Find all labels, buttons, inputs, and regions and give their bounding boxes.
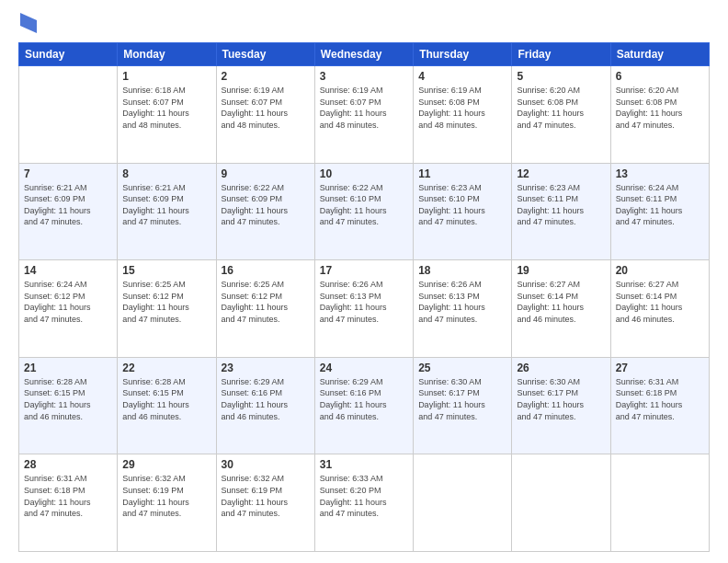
calendar-cell: 22Sunrise: 6:28 AM Sunset: 6:15 PM Dayli…: [118, 357, 216, 454]
day-info: Sunrise: 6:19 AM Sunset: 6:08 PM Dayligh…: [418, 85, 506, 131]
day-info: Sunrise: 6:19 AM Sunset: 6:07 PM Dayligh…: [320, 85, 408, 131]
day-info: Sunrise: 6:24 AM Sunset: 6:11 PM Dayligh…: [616, 182, 704, 228]
calendar-cell: [512, 454, 610, 552]
day-info: Sunrise: 6:23 AM Sunset: 6:11 PM Dayligh…: [517, 182, 605, 228]
day-number: 20: [616, 264, 704, 277]
day-info: Sunrise: 6:28 AM Sunset: 6:15 PM Dayligh…: [122, 376, 210, 422]
day-number: 6: [616, 70, 704, 83]
day-number: 26: [517, 362, 605, 374]
calendar-header-row: SundayMondayTuesdayWednesdayThursdayFrid…: [19, 43, 710, 66]
calendar-cell: 2Sunrise: 6:19 AM Sunset: 6:07 PM Daylig…: [216, 66, 314, 164]
calendar-cell: 15Sunrise: 6:25 AM Sunset: 6:12 PM Dayli…: [118, 260, 216, 358]
day-number: 29: [122, 458, 210, 471]
col-header-friday: Friday: [512, 43, 610, 66]
calendar-cell: 24Sunrise: 6:29 AM Sunset: 6:16 PM Dayli…: [314, 357, 413, 454]
calendar-cell: 21Sunrise: 6:28 AM Sunset: 6:15 PM Dayli…: [19, 357, 118, 454]
calendar-cell: 13Sunrise: 6:24 AM Sunset: 6:11 PM Dayli…: [610, 163, 709, 260]
day-info: Sunrise: 6:29 AM Sunset: 6:16 PM Dayligh…: [222, 376, 310, 422]
day-info: Sunrise: 6:23 AM Sunset: 6:10 PM Dayligh…: [418, 182, 506, 228]
day-number: 4: [418, 70, 506, 83]
col-header-saturday: Saturday: [610, 43, 709, 66]
day-info: Sunrise: 6:28 AM Sunset: 6:15 PM Dayligh…: [24, 376, 112, 422]
day-number: 11: [418, 167, 506, 180]
day-info: Sunrise: 6:32 AM Sunset: 6:19 PM Dayligh…: [222, 473, 310, 519]
day-number: 7: [24, 167, 112, 180]
calendar-cell: 1Sunrise: 6:18 AM Sunset: 6:07 PM Daylig…: [118, 66, 216, 164]
day-info: Sunrise: 6:26 AM Sunset: 6:13 PM Dayligh…: [320, 279, 408, 325]
day-number: 15: [122, 264, 210, 277]
day-info: Sunrise: 6:31 AM Sunset: 6:18 PM Dayligh…: [24, 473, 112, 519]
day-number: 14: [24, 264, 112, 277]
day-info: Sunrise: 6:33 AM Sunset: 6:20 PM Dayligh…: [320, 473, 408, 519]
day-info: Sunrise: 6:31 AM Sunset: 6:18 PM Dayligh…: [616, 376, 704, 422]
day-number: 13: [616, 167, 704, 180]
calendar-week-row: 14Sunrise: 6:24 AM Sunset: 6:12 PM Dayli…: [19, 260, 710, 358]
day-info: Sunrise: 6:24 AM Sunset: 6:12 PM Dayligh…: [24, 279, 112, 325]
col-header-monday: Monday: [118, 43, 216, 66]
day-number: 23: [222, 362, 310, 374]
calendar-table: SundayMondayTuesdayWednesdayThursdayFrid…: [18, 42, 710, 552]
day-number: 16: [222, 264, 310, 277]
calendar-week-row: 7Sunrise: 6:21 AM Sunset: 6:09 PM Daylig…: [19, 163, 710, 260]
calendar-cell: 27Sunrise: 6:31 AM Sunset: 6:18 PM Dayli…: [610, 357, 709, 454]
day-number: 27: [616, 362, 704, 374]
calendar-cell: 26Sunrise: 6:30 AM Sunset: 6:17 PM Dayli…: [512, 357, 610, 454]
day-number: 25: [418, 362, 506, 374]
calendar-cell: 6Sunrise: 6:20 AM Sunset: 6:08 PM Daylig…: [610, 66, 709, 164]
day-info: Sunrise: 6:21 AM Sunset: 6:09 PM Dayligh…: [122, 182, 210, 228]
day-info: Sunrise: 6:22 AM Sunset: 6:09 PM Dayligh…: [222, 182, 310, 228]
col-header-thursday: Thursday: [414, 43, 512, 66]
day-info: Sunrise: 6:25 AM Sunset: 6:12 PM Dayligh…: [222, 279, 310, 325]
day-info: Sunrise: 6:19 AM Sunset: 6:07 PM Dayligh…: [222, 85, 310, 131]
day-number: 21: [24, 362, 112, 374]
day-info: Sunrise: 6:20 AM Sunset: 6:08 PM Dayligh…: [517, 85, 605, 131]
calendar-cell: [19, 66, 118, 164]
calendar-cell: 19Sunrise: 6:27 AM Sunset: 6:14 PM Dayli…: [512, 260, 610, 358]
day-number: 2: [222, 70, 310, 83]
calendar-cell: 3Sunrise: 6:19 AM Sunset: 6:07 PM Daylig…: [314, 66, 413, 164]
calendar-cell: 4Sunrise: 6:19 AM Sunset: 6:08 PM Daylig…: [414, 66, 512, 164]
calendar-cell: 5Sunrise: 6:20 AM Sunset: 6:08 PM Daylig…: [512, 66, 610, 164]
svg-marker-0: [20, 13, 37, 33]
calendar-cell: 18Sunrise: 6:26 AM Sunset: 6:13 PM Dayli…: [414, 260, 512, 358]
calendar-cell: 28Sunrise: 6:31 AM Sunset: 6:18 PM Dayli…: [19, 454, 118, 552]
logo: [18, 15, 37, 33]
day-info: Sunrise: 6:32 AM Sunset: 6:19 PM Dayligh…: [122, 473, 210, 519]
calendar-cell: 17Sunrise: 6:26 AM Sunset: 6:13 PM Dayli…: [314, 260, 413, 358]
calendar-cell: [414, 454, 512, 552]
calendar-cell: 8Sunrise: 6:21 AM Sunset: 6:09 PM Daylig…: [118, 163, 216, 260]
day-number: 30: [222, 458, 310, 471]
calendar-cell: 10Sunrise: 6:22 AM Sunset: 6:10 PM Dayli…: [314, 163, 413, 260]
day-number: 5: [517, 70, 605, 83]
day-info: Sunrise: 6:26 AM Sunset: 6:13 PM Dayligh…: [418, 279, 506, 325]
day-number: 10: [320, 167, 408, 180]
calendar-cell: 7Sunrise: 6:21 AM Sunset: 6:09 PM Daylig…: [19, 163, 118, 260]
day-info: Sunrise: 6:21 AM Sunset: 6:09 PM Dayligh…: [24, 182, 112, 228]
calendar-cell: 30Sunrise: 6:32 AM Sunset: 6:19 PM Dayli…: [216, 454, 314, 552]
header: [18, 15, 710, 33]
calendar-cell: 14Sunrise: 6:24 AM Sunset: 6:12 PM Dayli…: [19, 260, 118, 358]
day-info: Sunrise: 6:22 AM Sunset: 6:10 PM Dayligh…: [320, 182, 408, 228]
calendar-cell: 9Sunrise: 6:22 AM Sunset: 6:09 PM Daylig…: [216, 163, 314, 260]
day-number: 19: [517, 264, 605, 277]
calendar-cell: 11Sunrise: 6:23 AM Sunset: 6:10 PM Dayli…: [414, 163, 512, 260]
calendar-cell: 29Sunrise: 6:32 AM Sunset: 6:19 PM Dayli…: [118, 454, 216, 552]
col-header-sunday: Sunday: [19, 43, 118, 66]
day-number: 1: [122, 70, 210, 83]
day-number: 24: [320, 362, 408, 374]
day-number: 9: [222, 167, 310, 180]
calendar-week-row: 1Sunrise: 6:18 AM Sunset: 6:07 PM Daylig…: [19, 66, 710, 164]
day-number: 31: [320, 458, 408, 471]
day-number: 3: [320, 70, 408, 83]
col-header-wednesday: Wednesday: [314, 43, 413, 66]
calendar-cell: 25Sunrise: 6:30 AM Sunset: 6:17 PM Dayli…: [414, 357, 512, 454]
day-info: Sunrise: 6:30 AM Sunset: 6:17 PM Dayligh…: [418, 376, 506, 422]
calendar-cell: 12Sunrise: 6:23 AM Sunset: 6:11 PM Dayli…: [512, 163, 610, 260]
day-info: Sunrise: 6:18 AM Sunset: 6:07 PM Dayligh…: [122, 85, 210, 131]
day-info: Sunrise: 6:25 AM Sunset: 6:12 PM Dayligh…: [122, 279, 210, 325]
day-number: 17: [320, 264, 408, 277]
day-info: Sunrise: 6:30 AM Sunset: 6:17 PM Dayligh…: [517, 376, 605, 422]
calendar-week-row: 28Sunrise: 6:31 AM Sunset: 6:18 PM Dayli…: [19, 454, 710, 552]
calendar-week-row: 21Sunrise: 6:28 AM Sunset: 6:15 PM Dayli…: [19, 357, 710, 454]
calendar-cell: 31Sunrise: 6:33 AM Sunset: 6:20 PM Dayli…: [314, 454, 413, 552]
